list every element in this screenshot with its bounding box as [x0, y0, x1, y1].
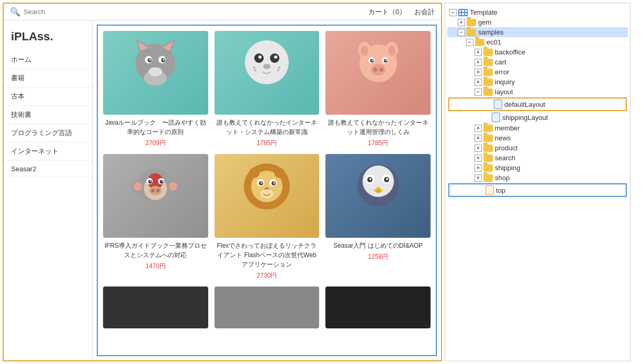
product-image-7	[103, 286, 208, 328]
product-image-5	[214, 154, 320, 238]
svg-point-33	[371, 60, 372, 61]
svg-point-48	[160, 180, 164, 184]
svg-point-63	[273, 182, 275, 184]
tree-toggle-ec01[interactable]: −	[466, 39, 473, 46]
tree-label-error: error	[495, 68, 509, 76]
product-card-9[interactable]	[325, 286, 431, 332]
search-left: 🔍	[10, 7, 97, 17]
tree-node-cart[interactable]: + cart	[447, 57, 628, 67]
tree-label-top: top	[496, 186, 505, 194]
tree-label-shippinglayout: shippingLayout	[502, 114, 548, 122]
svg-point-10	[150, 59, 151, 61]
cart-link[interactable]: カート（0）	[368, 7, 406, 17]
product-title-4: IFRS導入ガイドブック一業務プロセスとシステムへの対応	[103, 241, 208, 260]
tree-label-defaultlayout: defaultLayout	[504, 101, 545, 108]
file-icon-top	[485, 185, 494, 195]
product-card-7[interactable]	[103, 286, 208, 332]
search-icon: 🔍	[10, 7, 20, 17]
tree-toggle-news[interactable]: +	[474, 135, 482, 142]
template-icon	[458, 9, 468, 16]
sidebar-item-seasar2[interactable]: Seasar2	[4, 161, 92, 178]
tree-toggle-shipping[interactable]: +	[474, 164, 482, 172]
tree-node-shop[interactable]: + shop	[447, 173, 628, 183]
site-logo: iPLAss.	[4, 26, 92, 51]
tree-toggle-error[interactable]: +	[474, 69, 482, 76]
product-card-8[interactable]	[214, 286, 320, 332]
product-price-1: 2709円	[103, 139, 208, 148]
tree-node-layout[interactable]: − layout	[447, 87, 628, 97]
svg-point-42	[169, 182, 177, 191]
tree-label-shipping: shipping	[495, 164, 520, 172]
svg-point-53	[156, 189, 160, 193]
svg-point-20	[253, 67, 255, 69]
sidebar-item-tech[interactable]: 技術書	[4, 106, 92, 124]
tree-toggle-layout[interactable]: −	[474, 89, 482, 96]
product-price-5: 2730円	[214, 271, 320, 280]
tree-toggle-template[interactable]: −	[449, 9, 457, 16]
product-image-4	[103, 154, 208, 238]
tree-toggle-samples[interactable]: −	[458, 29, 465, 36]
tree-toggle-gem[interactable]: +	[458, 19, 465, 26]
tree-toggle-product[interactable]: +	[474, 145, 482, 152]
tree-node-ec01[interactable]: − ec01	[447, 37, 628, 47]
sidebar-item-internet[interactable]: インターネット	[4, 142, 92, 161]
tree-node-shippinglayout[interactable]: shippingLayout	[447, 112, 628, 123]
tree-toggle-shop[interactable]: +	[474, 174, 482, 182]
svg-point-37	[379, 68, 383, 72]
tree-node-template[interactable]: − Template	[447, 7, 628, 17]
product-title-6: Seasar入門 はじめてのDI&AOP	[325, 241, 431, 250]
tree-node-product[interactable]: + product	[447, 143, 628, 153]
svg-point-13	[149, 67, 162, 76]
tree-node-shipping[interactable]: + shipping	[447, 163, 628, 173]
product-card-4[interactable]: IFRS導入ガイドブック一業務プロセスとシステムへの対応 1470円	[103, 154, 208, 280]
main-content: Javaルールブック 〜読みやすく効率的なコードの原則 2709円	[97, 25, 437, 356]
sidebar-item-used[interactable]: 古本	[4, 87, 92, 106]
tree-toggle-backoffice[interactable]: +	[474, 49, 482, 56]
search-input[interactable]	[24, 8, 97, 16]
tree-node-defaultlayout[interactable]: defaultLayout	[448, 97, 627, 111]
sidebar: iPLAss. ホーム 書籍 古本 技術書 プログラミング言語 インターネット …	[4, 20, 93, 360]
tree-node-gem[interactable]: + gem	[447, 17, 628, 27]
folder-icon-member	[483, 125, 493, 132]
tree-label-member: member	[495, 124, 520, 132]
svg-point-11	[163, 59, 165, 61]
svg-point-18	[274, 56, 277, 59]
svg-point-50	[162, 181, 163, 182]
sidebar-item-home[interactable]: ホーム	[4, 51, 92, 69]
tree-label-ec01: ec01	[487, 38, 501, 46]
tree-node-member[interactable]: + member	[447, 123, 628, 133]
svg-point-32	[383, 59, 387, 63]
tree-node-backoffice[interactable]: + backoffice	[447, 47, 628, 57]
tree-node-news[interactable]: + news	[447, 133, 628, 143]
tree-node-error[interactable]: + error	[447, 67, 628, 77]
tree-toggle-inquiry[interactable]: +	[474, 79, 482, 86]
svg-point-21	[278, 67, 280, 69]
tree-toggle-search[interactable]: +	[474, 155, 482, 162]
checkout-link[interactable]: お会計	[414, 7, 435, 17]
product-card-1[interactable]: Javaルールブック 〜読みやすく効率的なコードの原則 2709円	[103, 31, 208, 148]
tree-toggle-cart[interactable]: +	[474, 59, 482, 66]
product-image-2	[214, 31, 320, 115]
product-card-6[interactable]: Seasar入門 はじめてのDI&AOP 1258円	[325, 154, 431, 280]
tree-label-layout: layout	[495, 88, 513, 96]
svg-point-19	[263, 64, 270, 69]
svg-point-62	[261, 182, 262, 184]
tree-label-cart: cart	[495, 58, 506, 66]
product-price-4: 1470円	[103, 262, 208, 271]
tree-node-search[interactable]: + search	[447, 153, 628, 163]
folder-icon-gem	[467, 19, 476, 26]
tree-node-samples[interactable]: − samples	[447, 27, 628, 37]
tree-node-inquiry[interactable]: + inquiry	[447, 77, 628, 87]
product-image-3	[325, 31, 431, 115]
product-card-5[interactable]: Flexでさわっておぼえるリッチクライアント Flashベースの次世代Webアプ…	[214, 154, 320, 280]
sidebar-item-books[interactable]: 書籍	[4, 69, 92, 87]
sidebar-item-programming[interactable]: プログラミング言語	[4, 124, 92, 142]
tree-toggle-member[interactable]: +	[474, 125, 482, 132]
product-card-3[interactable]: 誰も教えてくれなかったインターネット運用管理のしくみ 1785円	[325, 31, 431, 148]
svg-point-17	[258, 56, 262, 59]
svg-point-23	[277, 69, 279, 71]
tree-node-top[interactable]: top	[448, 183, 627, 197]
product-card-2[interactable]: 誰も教えてくれなかったインターネット・システム構築の新常識 1785円	[214, 31, 320, 148]
svg-point-31	[370, 59, 374, 63]
svg-point-34	[385, 60, 386, 61]
